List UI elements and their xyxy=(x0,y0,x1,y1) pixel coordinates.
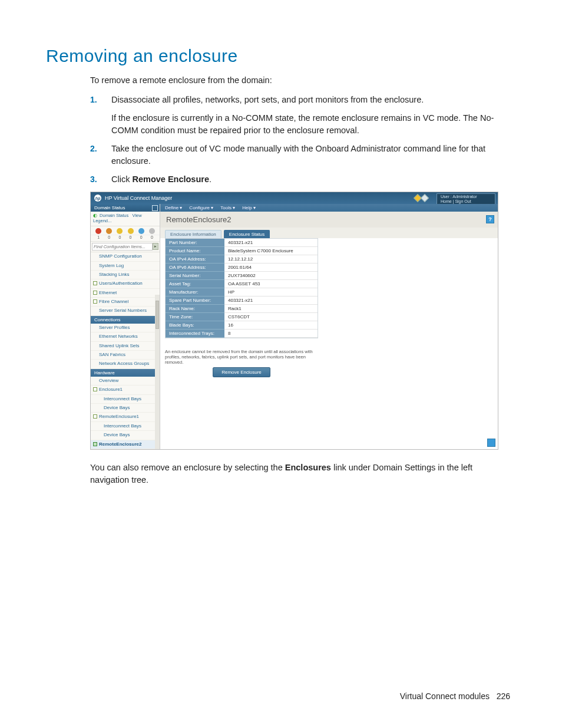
square-icon xyxy=(93,291,97,295)
user-info-box[interactable]: User : Administrator Home | Sign Out xyxy=(437,193,495,205)
app-title: HP Virtual Connect Manager xyxy=(105,195,172,201)
sidebar-item-ethnets[interactable]: Ethernet Networks xyxy=(91,332,160,341)
find-go-icon[interactable]: ▸ xyxy=(153,243,158,250)
user-line2[interactable]: Home | Sign Out xyxy=(441,199,491,204)
closing-paragraph: You can also remove an enclosure by sele… xyxy=(90,462,510,486)
collapse-icon[interactable] xyxy=(152,205,158,211)
prop-key: Blade Bays: xyxy=(166,321,224,330)
sidebar-item-profiles[interactable]: Server Profiles xyxy=(91,324,160,332)
sidebar-item-ethernet[interactable]: Ethernet xyxy=(91,289,160,298)
menubar: Define ▾ Configure ▾ Tools ▾ Help ▾ xyxy=(160,204,498,212)
sidebar-item-enc1[interactable]: Enclosure1 xyxy=(91,386,160,394)
scroll-thumb[interactable] xyxy=(156,301,159,329)
count: 0 xyxy=(118,235,121,239)
menu-configure[interactable]: Configure ▾ xyxy=(189,205,213,210)
sidebar-item-devbays[interactable]: Device Bays xyxy=(91,404,160,413)
sidebar-item-sus[interactable]: Shared Uplink Sets xyxy=(91,342,160,351)
tab-enclosure-status[interactable]: Enclosure Status xyxy=(224,230,270,238)
info-icon xyxy=(138,228,144,234)
prop-val: BladeSystem C7000 Enclosure xyxy=(224,247,318,255)
remove-enclosure-button[interactable]: Remove Enclosure xyxy=(213,367,270,377)
step-1a-text: Disassociate all profiles, networks, por… xyxy=(111,94,510,106)
sidebar-item-syslog[interactable]: System Log xyxy=(91,262,160,271)
page-footer: Virtual Connect modules 226 xyxy=(400,691,510,701)
sidebar-item-ssn[interactable]: Server Serial Numbers xyxy=(91,307,160,315)
tab-enclosure-info[interactable]: Enclosure Information xyxy=(165,230,222,238)
tab-row: Enclosure Information Enclosure Status xyxy=(160,228,498,238)
page-title: Removing an enclosure xyxy=(46,46,510,66)
prop-key: Interconnected Trays: xyxy=(166,330,224,338)
menu-help[interactable]: Help ▾ xyxy=(242,205,256,210)
sidebar-section-connections: Connections xyxy=(91,316,160,324)
prop-key: Serial Number: xyxy=(166,272,224,280)
find-wrap: ▸ xyxy=(91,242,160,252)
critical-icon xyxy=(95,228,101,234)
prop-key: Manufacturer: xyxy=(166,288,224,297)
prop-key: Time Zone: xyxy=(166,313,224,321)
step-3-bold: Remove Enclosure xyxy=(132,174,209,184)
step-1b-text: If the enclosure is currently in a No-CO… xyxy=(111,112,510,137)
sidebar-item-nag[interactable]: Network Access Groups xyxy=(91,360,160,368)
main-heading: RemoteEnclosure2 ? xyxy=(160,212,498,228)
footer-page: 226 xyxy=(497,691,510,701)
menu-tools[interactable]: Tools ▾ xyxy=(220,205,235,210)
warning-icon xyxy=(128,228,134,234)
scroll-to-top-icon[interactable] xyxy=(487,439,495,447)
prop-val: 2001:61/64 xyxy=(224,263,318,272)
status-diamonds xyxy=(413,194,429,202)
sidebar-item-icbays[interactable]: Interconnect Bays xyxy=(91,395,160,404)
prop-val: 16 xyxy=(224,321,318,330)
find-input[interactable] xyxy=(92,243,153,251)
sidebar-scrollbar[interactable] xyxy=(155,295,160,449)
count: 0 xyxy=(140,235,143,239)
user-line1: User : Administrator xyxy=(441,195,491,199)
footer-label: Virtual Connect modules xyxy=(400,691,490,701)
status-count-row: 1 0 0 0 0 0 xyxy=(91,235,160,242)
sidebar-item-stacking[interactable]: Stacking Links xyxy=(91,271,160,279)
square-icon xyxy=(93,281,97,285)
step-2-text: Take the enclosure out of VC mode manual… xyxy=(111,143,510,167)
minor-icon xyxy=(117,228,123,234)
prop-key: OA IPv6 Address: xyxy=(166,263,224,272)
major-icon xyxy=(106,228,112,234)
square-icon xyxy=(93,387,97,391)
count: 0 xyxy=(151,235,153,239)
step-2: Take the enclosure out of VC mode manual… xyxy=(90,143,510,167)
prop-val: 403321-x21 xyxy=(224,239,318,247)
step-3-text: Click Remove Enclosure. xyxy=(111,173,510,186)
sidebar-item-sanfab[interactable]: SAN Fabrics xyxy=(91,351,160,360)
steps-list: Disassociate all profiles, networks, por… xyxy=(90,94,510,186)
status-icon-row xyxy=(91,226,160,235)
closing-pre: You can also remove an enclosure by sele… xyxy=(90,463,285,472)
prop-key: Asset Tag: xyxy=(166,280,224,288)
sidebar-item-renc2[interactable]: RemoteEnclosure2 xyxy=(91,440,160,449)
sidebar-item-overview[interactable]: Overview xyxy=(91,377,160,386)
count: 1 xyxy=(97,235,100,239)
prop-val: 8 xyxy=(224,330,318,338)
sidebar: Domain Status ◐ Domain Status View Legen… xyxy=(91,204,160,449)
sidebar-item-fc[interactable]: Fibre Channel xyxy=(91,298,160,307)
sidebar-item-users[interactable]: Users/Authentication xyxy=(91,279,160,288)
prop-key: Spare Part Number: xyxy=(166,297,224,305)
square-icon xyxy=(93,442,97,446)
sidebar-item-devbays2[interactable]: Device Bays xyxy=(91,431,160,440)
legend-row[interactable]: ◐ Domain Status View Legend... xyxy=(91,212,160,226)
count: 0 xyxy=(130,235,132,239)
sidebar-section-hardware: Hardware xyxy=(91,369,160,377)
properties-table: Part Number:403321-x21 Product Name:Blad… xyxy=(165,238,318,338)
count: 0 xyxy=(108,235,110,239)
step-3-pre: Click xyxy=(111,174,132,184)
legend-link-1[interactable]: Domain Status xyxy=(100,213,128,218)
screenshot-mock: hp HP Virtual Connect Manager User : Adm… xyxy=(90,192,498,450)
prop-val: HP xyxy=(224,288,318,297)
step-3-post: . xyxy=(209,174,211,184)
help-icon[interactable]: ? xyxy=(486,215,494,223)
sidebar-item-renc1[interactable]: RemoteEnclosure1 xyxy=(91,413,160,421)
app-topbar: hp HP Virtual Connect Manager User : Adm… xyxy=(91,192,498,204)
sidebar-item-icbays2[interactable]: Interconnect Bays xyxy=(91,422,160,431)
sidebar-item-snmp[interactable]: SNMP Configuration xyxy=(91,252,160,261)
closing-bold: Enclosures xyxy=(285,463,331,472)
step-3: Click Remove Enclosure. xyxy=(90,173,510,186)
menu-define[interactable]: Define ▾ xyxy=(165,205,182,210)
step-1: Disassociate all profiles, networks, por… xyxy=(90,94,510,137)
